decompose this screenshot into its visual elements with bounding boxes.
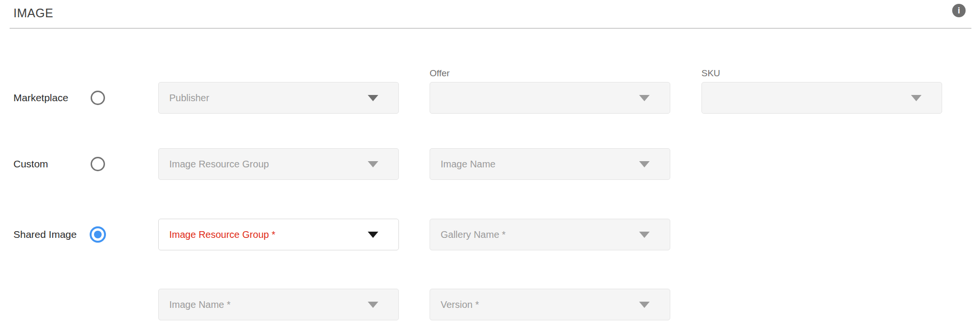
publisher-placeholder: Publisher [169, 93, 368, 104]
sku-dropdown[interactable] [701, 82, 942, 114]
chevron-down-icon [639, 302, 650, 308]
chevron-down-icon [368, 95, 378, 101]
custom-radio[interactable] [91, 157, 105, 171]
section-title: IMAGE [13, 6, 53, 20]
custom-image-resource-group-placeholder: Image Resource Group [169, 159, 368, 170]
image-section: IMAGE i Marketplace Publisher Offer SKU … [0, 0, 980, 329]
header-divider [10, 28, 971, 29]
gallery-name-dropdown[interactable]: Gallery Name * [430, 219, 670, 250]
gallery-name-placeholder: Gallery Name * [441, 229, 639, 240]
shared-image-name-placeholder: Image Name * [169, 299, 368, 310]
publisher-dropdown[interactable]: Publisher [158, 82, 399, 114]
shared-image-resource-group-placeholder: Image Resource Group * [169, 229, 368, 240]
chevron-down-icon [368, 302, 378, 308]
version-dropdown[interactable]: Version * [430, 289, 670, 320]
custom-label: Custom [13, 157, 48, 171]
shared-image-name-dropdown[interactable]: Image Name * [158, 289, 399, 320]
chevron-down-icon [639, 95, 650, 101]
sku-label: SKU [701, 68, 720, 79]
info-icon[interactable]: i [952, 4, 966, 17]
chevron-down-icon [911, 95, 922, 101]
custom-image-name-placeholder: Image Name [441, 159, 639, 170]
shared-image-radio[interactable] [90, 226, 106, 243]
chevron-down-icon [639, 232, 650, 238]
offer-dropdown[interactable] [430, 82, 670, 114]
version-placeholder: Version * [441, 299, 639, 310]
shared-image-resource-group-dropdown[interactable]: Image Resource Group * [158, 219, 399, 250]
marketplace-label: Marketplace [13, 91, 68, 105]
marketplace-radio[interactable] [91, 91, 105, 105]
custom-image-name-dropdown[interactable]: Image Name [430, 148, 670, 180]
offer-label: Offer [430, 68, 450, 79]
chevron-down-icon [368, 232, 378, 238]
shared-image-label: Shared Image [13, 227, 77, 242]
chevron-down-icon [368, 161, 378, 167]
custom-image-resource-group-dropdown[interactable]: Image Resource Group [158, 148, 399, 180]
chevron-down-icon [639, 161, 650, 167]
